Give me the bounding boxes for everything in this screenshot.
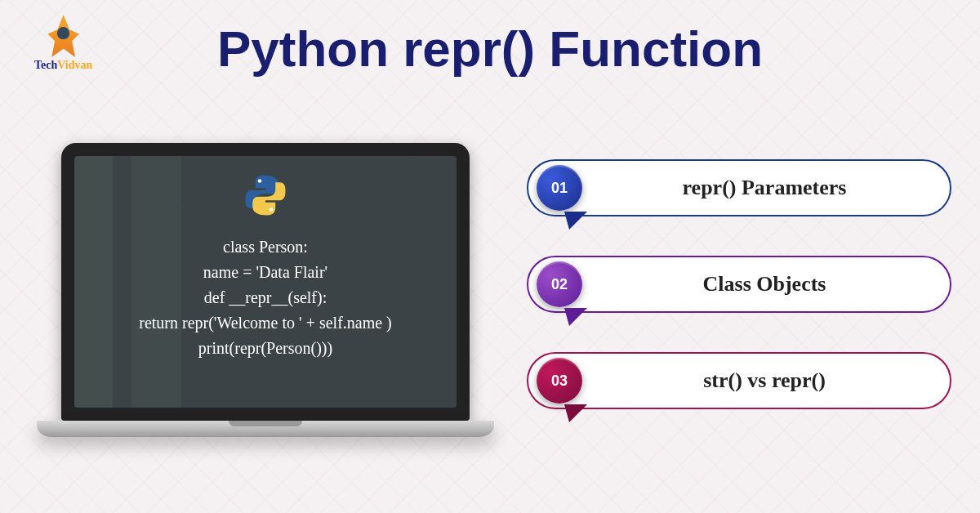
brand-flame-icon — [44, 15, 83, 57]
topic-label: str() vs repr() — [604, 368, 950, 393]
badge-tail-icon — [564, 308, 587, 326]
badge-tail-icon — [564, 404, 587, 422]
brand-text-part2: Vidvan — [57, 59, 92, 71]
brand-text: TechVidvan — [34, 59, 92, 72]
code-line: return repr('Welcome to ' + self.name ) — [139, 310, 392, 336]
topic-number: 01 — [551, 180, 568, 197]
laptop-screen: class Person: name = 'Data Flair' def __… — [74, 156, 457, 408]
laptop-illustration: class Person: name = 'Data Flair' def __… — [49, 143, 482, 437]
laptop-base — [37, 421, 494, 437]
code-line: def __repr__(self): — [139, 285, 392, 310]
page-title: Python repr() Function — [217, 20, 763, 78]
code-line: name = 'Data Flair' — [139, 260, 392, 285]
topic-item-parameters: 01 repr() Parameters — [527, 159, 951, 216]
badge-tail-icon — [564, 212, 587, 230]
svg-point-1 — [270, 207, 274, 212]
topic-label: Class Objects — [604, 272, 950, 297]
topic-badge: 02 — [537, 261, 582, 307]
topic-number: 02 — [551, 276, 568, 293]
brand-text-part1: Tech — [34, 59, 57, 71]
topic-badge: 01 — [537, 165, 582, 211]
brand-logo: TechVidvan — [34, 15, 92, 72]
svg-point-0 — [258, 179, 262, 183]
topic-badge: 03 — [537, 358, 582, 404]
code-line: class Person: — [139, 234, 392, 260]
topic-label: repr() Parameters — [604, 176, 950, 200]
topic-item-class-objects: 02 Class Objects — [527, 256, 951, 313]
laptop-bezel: class Person: name = 'Data Flair' def __… — [61, 143, 470, 421]
topic-number: 03 — [551, 372, 568, 390]
code-line: print(repr(Person())) — [139, 336, 392, 361]
topic-item-str-vs-repr: 03 str() vs repr() — [527, 352, 951, 409]
python-icon — [243, 172, 288, 218]
topic-list: 01 repr() Parameters 02 Class Objects 03… — [527, 159, 951, 409]
code-block: class Person: name = 'Data Flair' def __… — [139, 234, 392, 361]
